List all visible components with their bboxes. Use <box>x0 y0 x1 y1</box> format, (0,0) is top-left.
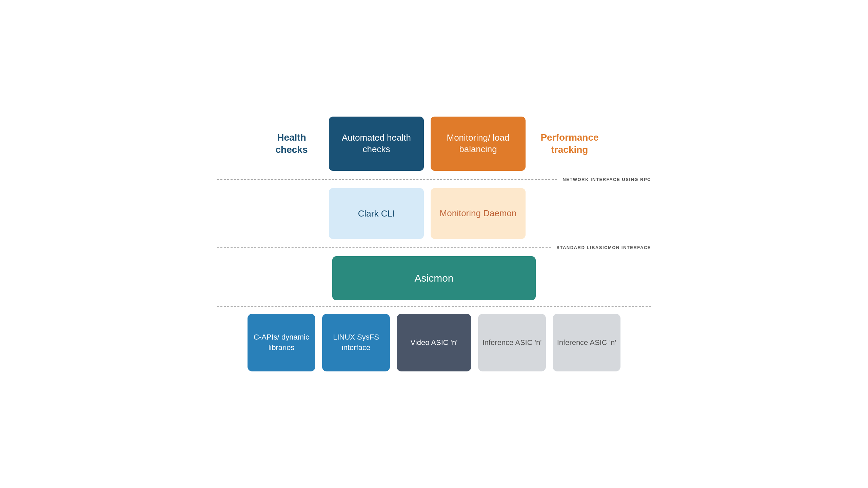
linux-sysfs-box: LINUX SysFS interface <box>322 314 390 371</box>
top-section: Health checks Automated health checks Mo… <box>217 117 651 171</box>
video-asic-box: Video ASIC 'n' <box>397 314 471 371</box>
health-checks-label: Health checks <box>264 131 319 156</box>
libasicmon-interface-label: STANDARD LIBASICMON INTERFACE <box>556 245 651 250</box>
wide-divider <box>217 306 651 307</box>
asicmon-box: Asicmon <box>332 256 536 300</box>
inference-asic-1-box: Inference ASIC 'n' <box>478 314 546 371</box>
bottom-section: C-APIs/ dynamic libraries LINUX SysFS in… <box>217 314 651 371</box>
dashed-line-libasicmon <box>217 247 551 248</box>
asicmon-section: Asicmon <box>217 256 651 300</box>
dashed-line-wide <box>217 306 651 307</box>
monitoring-load-balancing-box: Monitoring/ load balancing <box>431 117 526 171</box>
clark-cli-box: Clark CLI <box>329 188 424 239</box>
middle-section: Clark CLI Monitoring Daemon <box>217 188 651 239</box>
inference-asic-2-box: Inference ASIC 'n' <box>553 314 620 371</box>
c-apis-box: C-APIs/ dynamic libraries <box>248 314 315 371</box>
diagram-wrapper: Health checks Automated health checks Mo… <box>217 117 651 371</box>
performance-tracking-label: Performance tracking <box>536 131 604 156</box>
dashed-line-left <box>217 179 557 180</box>
libasicmon-interface-divider: STANDARD LIBASICMON INTERFACE <box>217 245 651 250</box>
network-interface-divider: NETWORK INTERFACE USING RPC <box>217 177 651 182</box>
monitoring-daemon-box: Monitoring Daemon <box>431 188 526 239</box>
network-interface-label: NETWORK INTERFACE USING RPC <box>563 177 651 182</box>
automated-health-checks-box: Automated health checks <box>329 117 424 171</box>
